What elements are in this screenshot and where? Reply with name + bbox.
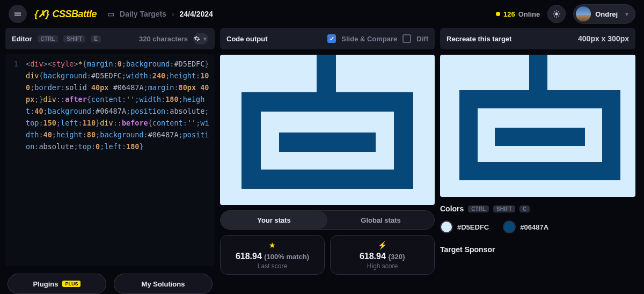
code-editor[interactable]: 1 <div><style>*{margin:0;background:#D5E… (5, 54, 215, 266)
swatch-2[interactable]: #06487A (503, 220, 548, 233)
online-count: 126 (503, 10, 515, 18)
hamburger-icon (13, 10, 22, 18)
breadcrumb-root[interactable]: Daily Targets (120, 10, 166, 18)
stats-tabs: Your stats Global stats (220, 210, 435, 230)
editor-header: Editor CTRL SHIFT E 320 characters ▼ (5, 28, 215, 49)
color-swatches: #D5EDFC #06487A (440, 218, 635, 238)
kbd-e: E (91, 35, 101, 42)
last-score-label: Last score (225, 262, 320, 270)
swatch-1[interactable]: #D5EDFC (440, 220, 489, 233)
colors-title: Colors (440, 204, 464, 213)
kbd-shift: SHIFT (63, 35, 85, 42)
output-header: Code output Slide & Compare Diff (220, 28, 435, 49)
kbd-c: C (519, 205, 530, 212)
output-preview[interactable] (220, 55, 435, 205)
status-dot-icon (496, 12, 500, 16)
chevron-down-icon: ▼ (624, 11, 630, 17)
target-panel: Recreate this target 400px x 300px Color… (440, 28, 639, 294)
sponsor-title: Target Sponsor (440, 245, 495, 254)
logo-text: CSSBattle (53, 9, 97, 20)
svg-line-5 (554, 11, 554, 12)
online-indicator: 126 Online (496, 10, 540, 18)
char-count: 320 characters (139, 35, 188, 43)
swatch-color-icon (503, 220, 516, 233)
target-header: Recreate this target 400px x 300px (440, 28, 635, 49)
code-content[interactable]: <div><style>*{margin:0;background:#D5EDF… (24, 58, 215, 152)
kbd-shift: SHIFT (493, 205, 515, 212)
last-score-sub: (100% match) (264, 253, 309, 261)
sun-icon (552, 10, 561, 18)
theme-toggle[interactable] (547, 5, 566, 23)
plugins-label: Plugins (33, 280, 58, 288)
diff-checkbox[interactable] (402, 34, 411, 43)
breadcrumb-current: 24/4/2024 (180, 10, 213, 18)
output-panel: Code output Slide & Compare Diff Your st… (220, 28, 435, 294)
diff-label: Diff (416, 35, 428, 43)
target-dimensions: 400px x 300px (578, 34, 629, 43)
avatar (576, 6, 591, 21)
slide-compare-label: Slide & Compare (341, 35, 397, 43)
target-title: Recreate this target (447, 35, 511, 43)
username: Ondrej (595, 10, 618, 18)
last-score-value: 618.94 (236, 252, 262, 261)
swatch-label: #06487A (520, 223, 548, 231)
editor-panel: Editor CTRL SHIFT E 320 characters ▼ 1 <… (5, 28, 215, 294)
tab-global-stats[interactable]: Global stats (327, 211, 434, 229)
bolt-icon: ⚡ (335, 241, 430, 249)
logo[interactable]: {✗} CSSBattle (34, 8, 97, 20)
swatch-label: #D5EDFC (457, 223, 489, 231)
user-menu[interactable]: Ondrej ▼ (573, 4, 635, 24)
plus-badge: PLUS (62, 281, 80, 287)
top-bar: {✗} CSSBattle ▭ Daily Targets › 24/4/202… (0, 0, 644, 28)
kbd-ctrl: CTRL (468, 205, 489, 212)
chevron-down-icon: ▼ (202, 36, 208, 42)
high-score-sub: {320} (388, 253, 405, 261)
editor-title: Editor (12, 35, 32, 43)
kbd-ctrl: CTRL (38, 35, 58, 42)
target-preview[interactable] (440, 55, 635, 197)
output-title: Code output (226, 35, 268, 43)
star-icon: ★ (225, 241, 320, 249)
solutions-label: My Solutions (142, 280, 185, 288)
plugins-button[interactable]: Plugins PLUS (8, 274, 106, 294)
swatch-color-icon (440, 220, 453, 233)
my-solutions-button[interactable]: My Solutions (114, 274, 213, 294)
online-label: Online (518, 10, 540, 18)
high-score-value: 618.94 (360, 252, 386, 261)
svg-line-7 (554, 16, 554, 16)
gear-icon (194, 35, 200, 42)
logo-mark: {✗} (34, 8, 49, 20)
colors-section: Colors CTRL SHIFT C (440, 204, 635, 213)
svg-line-8 (559, 11, 559, 12)
tab-your-stats[interactable]: Your stats (221, 211, 327, 229)
menu-button[interactable] (9, 5, 27, 23)
calendar-icon: ▭ (107, 10, 114, 18)
high-score-label: High score (335, 262, 430, 270)
editor-settings-button[interactable]: ▼ (193, 33, 208, 45)
high-score-card: ⚡ 618.94 {320} High score (330, 235, 435, 275)
breadcrumb: ▭ Daily Targets › 24/4/2024 (107, 10, 213, 18)
chevron-right-icon: › (172, 10, 174, 18)
last-score-card: ★ 618.94 (100% match) Last score (220, 235, 325, 275)
sponsor-section: Target Sponsor (440, 245, 635, 254)
slide-compare-checkbox[interactable] (327, 34, 336, 43)
svg-point-0 (555, 12, 558, 15)
svg-line-6 (559, 16, 559, 16)
line-number: 1 (5, 58, 24, 152)
